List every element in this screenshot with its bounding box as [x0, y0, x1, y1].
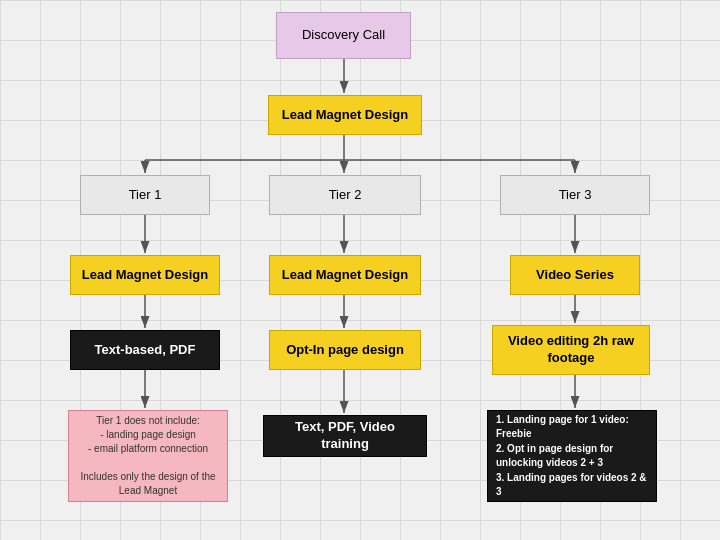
optin-box: Opt-In page design: [269, 330, 421, 370]
video-editing-box: Video editing 2h raw footage: [492, 325, 650, 375]
tier1-note-box: Tier 1 does not include:- landing page d…: [68, 410, 228, 502]
discovery-call-box: Discovery Call: [276, 12, 411, 59]
video-editing-label: Video editing 2h raw footage: [503, 333, 639, 367]
tier1-box: Tier 1: [80, 175, 210, 215]
discovery-call-label: Discovery Call: [302, 27, 385, 44]
optin-label: Opt-In page design: [286, 342, 404, 359]
lead-magnet-top-label: Lead Magnet Design: [282, 107, 408, 124]
video-series-label: Video Series: [536, 267, 614, 284]
flowchart: Discovery Call Lead Magnet Design Tier 1…: [0, 0, 720, 540]
video-series-box: Video Series: [510, 255, 640, 295]
tier1-label: Tier 1: [129, 187, 162, 204]
tier2-label: Tier 2: [329, 187, 362, 204]
tier3-label: Tier 3: [559, 187, 592, 204]
lm-tier1-box: Lead Magnet Design: [70, 255, 220, 295]
lm-tier2-box: Lead Magnet Design: [269, 255, 421, 295]
tier1-note-label: Tier 1 does not include:- landing page d…: [79, 414, 217, 498]
landing-pages-box: 1. Landing page for 1 video: Freebie2. O…: [487, 410, 657, 502]
text-pdf-video-box: Text, PDF, Video training: [263, 415, 427, 457]
tier2-box: Tier 2: [269, 175, 421, 215]
lead-magnet-top-box: Lead Magnet Design: [268, 95, 422, 135]
tier3-box: Tier 3: [500, 175, 650, 215]
landing-pages-label: 1. Landing page for 1 video: Freebie2. O…: [496, 413, 648, 500]
text-pdf-box: Text-based, PDF: [70, 330, 220, 370]
lm-tier2-label: Lead Magnet Design: [282, 267, 408, 284]
lm-tier1-label: Lead Magnet Design: [82, 267, 208, 284]
text-pdf-label: Text-based, PDF: [95, 342, 196, 359]
text-pdf-video-label: Text, PDF, Video training: [274, 419, 416, 453]
